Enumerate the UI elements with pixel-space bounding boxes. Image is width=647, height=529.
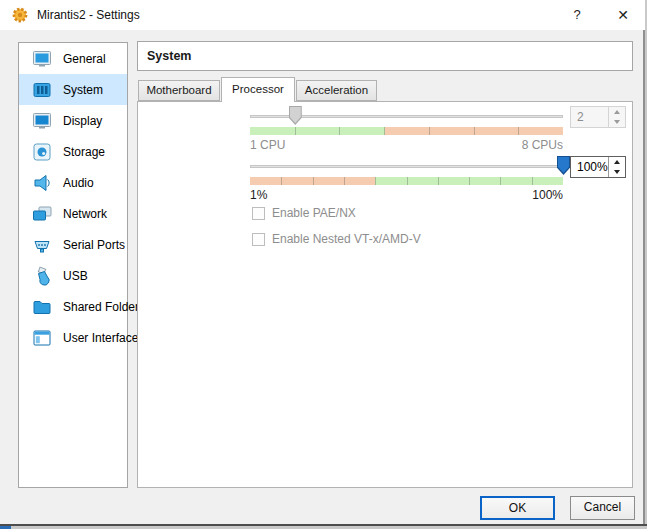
window-title: Mirantis2 - Settings (37, 0, 140, 30)
scale-green-segment (250, 127, 385, 135)
slider-thumb (289, 106, 302, 125)
sidebar-item-system[interactable]: System (19, 74, 127, 105)
monitor-icon (31, 48, 53, 70)
sidebar-item-label: User Interface (63, 331, 138, 345)
window-bottom-edge (0, 524, 647, 526)
sidebar-item-audio[interactable]: Audio (19, 167, 127, 198)
speaker-icon (31, 172, 53, 194)
slider-min-label: 1% (250, 188, 267, 202)
sidebar-item-label: Network (63, 207, 107, 221)
spinbox-arrows[interactable] (608, 157, 625, 177)
sidebar-item-display[interactable]: Display (19, 105, 127, 136)
slider-scale (250, 177, 563, 185)
sidebar-item-user-interface[interactable]: User Interface (19, 322, 127, 353)
titlebar: Mirantis2 - Settings ? ✕ (0, 0, 645, 30)
slider-min-label: 1 CPU (250, 138, 285, 152)
slider-scale (250, 127, 563, 135)
usb-plug-icon (31, 265, 53, 287)
network-icon (31, 203, 53, 225)
tab-acceleration[interactable]: Acceleration (296, 80, 377, 101)
execution-cap-slider[interactable]: 1% 100% (250, 155, 563, 203)
ok-button[interactable]: OK (480, 496, 555, 520)
sidebar-item-label: System (63, 83, 103, 97)
window-ui-icon (31, 327, 53, 349)
serial-port-icon (31, 234, 53, 256)
spinbox-value[interactable]: 100% (571, 157, 608, 177)
slider-max-label: 100% (532, 188, 563, 202)
settings-category-list: General System Display Storage Audio Net… (18, 42, 128, 488)
cancel-button[interactable]: Cancel (570, 496, 635, 520)
slider-track[interactable] (250, 165, 563, 168)
sidebar-item-label: USB (63, 269, 88, 283)
sidebar-item-label: General (63, 52, 106, 66)
sidebar-item-network[interactable]: Network (19, 198, 127, 229)
spin-down-icon (609, 117, 625, 127)
checkbox-label: Enable PAE/NX (272, 206, 356, 220)
processor-count-spinbox: 2 (570, 106, 626, 128)
screenshot-canvas: Mirantis2 - Settings ? ✕ General System … (0, 0, 647, 529)
sidebar-item-general[interactable]: General (19, 43, 127, 74)
spin-down-icon[interactable] (609, 167, 625, 177)
processor-count-slider: 1 CPU 8 CPUs (250, 105, 563, 153)
execution-cap-spinbox[interactable]: 100% (570, 156, 626, 178)
spinbox-value: 2 (571, 107, 608, 127)
settings-dialog: Mirantis2 - Settings ? ✕ General System … (0, 0, 645, 524)
sidebar-item-label: Storage (63, 145, 105, 159)
checkbox-icon (252, 233, 265, 246)
sidebar-item-label: Shared Folders (63, 300, 145, 314)
checkbox-icon (252, 207, 265, 220)
sidebar-item-label: Audio (63, 176, 94, 190)
chip-icon (31, 79, 53, 101)
sidebar-item-storage[interactable]: Storage (19, 136, 127, 167)
tab-processor[interactable]: Processor (221, 77, 295, 102)
harddisk-icon (31, 141, 53, 163)
sidebar-item-usb[interactable]: USB (19, 260, 127, 291)
spinbox-arrows (608, 107, 625, 127)
sidebar-item-serial-ports[interactable]: Serial Ports (19, 229, 127, 260)
close-icon[interactable]: ✕ (606, 0, 640, 30)
enable-pae-nx-row: Enable PAE/NX (252, 205, 356, 221)
display-icon (31, 110, 53, 132)
folder-icon (31, 296, 53, 318)
page-title: System (137, 41, 633, 71)
spin-up-icon (609, 107, 625, 117)
sidebar-item-label: Display (63, 114, 102, 128)
sidebar-item-shared-folders[interactable]: Shared Folders (19, 291, 127, 322)
checkbox-label: Enable Nested VT-x/AMD-V (272, 232, 421, 246)
sidebar-item-label: Serial Ports (63, 238, 125, 252)
settings-gear-icon (11, 6, 29, 24)
spin-up-icon[interactable] (609, 157, 625, 167)
enable-nested-vtx-row: Enable Nested VT-x/AMD-V (252, 231, 421, 247)
tab-motherboard[interactable]: Motherboard (138, 80, 220, 101)
help-button[interactable]: ? (560, 0, 594, 30)
slider-max-label: 8 CPUs (522, 138, 563, 152)
